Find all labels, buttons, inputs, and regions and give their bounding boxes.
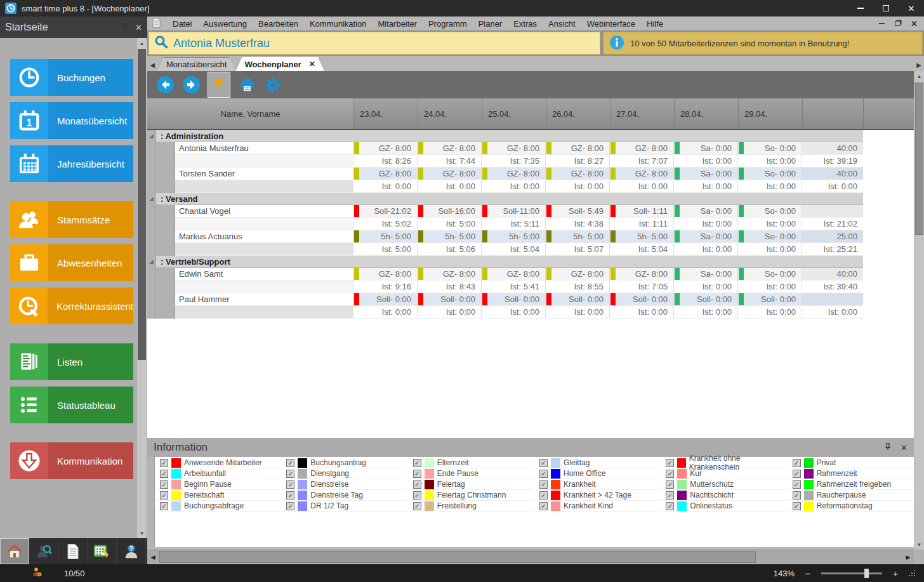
- ist-cell[interactable]: Ist: 5:00: [418, 218, 482, 230]
- group-row[interactable]: : Administration: [147, 130, 863, 142]
- column-header-date[interactable]: 29.04.: [738, 98, 802, 129]
- soll-cell[interactable]: So- 0:00: [738, 168, 802, 180]
- legend-checkbox[interactable]: ✓: [539, 502, 548, 510]
- search-input[interactable]: [173, 37, 554, 50]
- ist-cell[interactable]: Ist: 5:04: [482, 243, 546, 256]
- soll-cell[interactable]: GZ- 8:00: [482, 142, 546, 155]
- ist-cell[interactable]: Ist: 0:00: [610, 306, 674, 319]
- legend-checkbox[interactable]: ✓: [286, 502, 294, 510]
- soll-cell[interactable]: Soll- 0:00: [610, 293, 674, 306]
- minimize-icon[interactable]: [848, 0, 873, 17]
- mdi-minimize-icon[interactable]: [879, 23, 885, 24]
- ist-cell[interactable]: Ist: 0:00: [674, 243, 738, 256]
- mdi-restore-icon[interactable]: [895, 21, 901, 26]
- soll-cell[interactable]: GZ- 8:00: [546, 268, 610, 281]
- scroll-up-icon[interactable]: ▲: [137, 38, 147, 48]
- ist-cell[interactable]: Ist: 5:00: [353, 243, 418, 256]
- legend-checkbox[interactable]: ✓: [160, 480, 168, 489]
- group-row[interactable]: : Versand: [147, 193, 863, 205]
- employee-name[interactable]: Markus Actuarius: [175, 230, 353, 243]
- zoom-out-icon[interactable]: −: [803, 568, 812, 579]
- sidebar-item-buchungen[interactable]: Buchungen: [10, 59, 133, 96]
- bottom-tab-user-help[interactable]: ?: [117, 538, 146, 564]
- ist-cell[interactable]: Ist: 0:00: [674, 155, 738, 168]
- soll-cell[interactable]: 5h- 5:00: [610, 230, 674, 243]
- soll-cell[interactable]: Soll-16:00: [418, 205, 482, 218]
- ist-cell[interactable]: Ist: 0:00: [353, 180, 418, 193]
- legend-checkbox[interactable]: ✓: [160, 459, 168, 467]
- vertical-scrollbar[interactable]: ▲ ▼: [914, 71, 924, 550]
- ist-cell[interactable]: Ist: 8:55: [546, 281, 610, 293]
- ist-cell[interactable]: Ist: 8:27: [546, 155, 610, 168]
- zoom-slider[interactable]: [821, 572, 882, 574]
- soll-cell[interactable]: 5h- 5:00: [482, 230, 546, 243]
- menu-item-mitarbeiter[interactable]: Mitarbeiter: [373, 19, 423, 29]
- bottom-tab-user-search[interactable]: [29, 538, 58, 564]
- soll-cell[interactable]: GZ- 8:00: [418, 268, 482, 281]
- menu-item-kommunikation[interactable]: Kommunikation: [304, 19, 373, 29]
- ist-cell[interactable]: Ist: 0:00: [674, 218, 738, 230]
- soll-cell[interactable]: Soll- 1:11: [610, 205, 674, 218]
- soll-cell[interactable]: Sa- 0:00: [674, 142, 738, 155]
- employee-name[interactable]: Paul Hammer: [175, 293, 353, 306]
- group-row[interactable]: : Vertrieb/Support: [147, 256, 863, 268]
- soll-cell[interactable]: GZ- 8:00: [482, 268, 546, 281]
- legend-checkbox[interactable]: ✓: [793, 459, 801, 467]
- mdi-close-icon[interactable]: ✕: [911, 19, 918, 29]
- sidebar-item-monatsübersicht[interactable]: 1Monatsübersicht: [10, 102, 133, 139]
- pin-icon[interactable]: [121, 23, 129, 32]
- soll-cell[interactable]: Soll-21:02: [353, 205, 418, 218]
- legend-checkbox[interactable]: ✓: [793, 491, 801, 499]
- legend-checkbox[interactable]: ✓: [286, 480, 294, 489]
- soll-cell[interactable]: GZ- 8:00: [610, 142, 674, 155]
- legend-checkbox[interactable]: ✓: [160, 502, 168, 510]
- close-panel-icon[interactable]: ✕: [135, 23, 142, 32]
- sidebar-item-abwesenheiten[interactable]: Abwesenheiten: [10, 244, 133, 281]
- legend-checkbox[interactable]: ✓: [539, 491, 548, 499]
- employee-name[interactable]: Edwin Samt: [175, 268, 353, 281]
- filter-button[interactable]: [208, 72, 230, 98]
- close-panel-icon[interactable]: ✕: [901, 443, 908, 453]
- legend-checkbox[interactable]: ✓: [413, 459, 421, 467]
- bottom-tab-document[interactable]: [58, 538, 88, 564]
- ist-cell[interactable]: Ist: 0:00: [418, 306, 482, 319]
- soll-cell[interactable]: Soll- 0:00: [546, 293, 610, 306]
- ist-cell[interactable]: Ist: 0:00: [674, 180, 738, 193]
- sidebar-item-listen[interactable]: Listen: [10, 343, 133, 380]
- ist-cell[interactable]: Ist: 7:44: [418, 155, 482, 168]
- menu-item-datei[interactable]: Datei: [167, 19, 197, 29]
- legend-checkbox[interactable]: ✓: [286, 491, 294, 499]
- legend-checkbox[interactable]: ✓: [160, 470, 168, 478]
- scroll-thumb[interactable]: [159, 551, 756, 563]
- ist-cell[interactable]: Ist: 0:00: [674, 306, 738, 319]
- menu-item-bearbeiten[interactable]: Bearbeiten: [253, 19, 304, 29]
- soll-cell[interactable]: Soll- 5:49: [546, 205, 610, 218]
- employee-name[interactable]: Antonia Musterfrau: [175, 142, 353, 155]
- column-header-date[interactable]: 27.04.: [610, 98, 674, 129]
- ist-cell[interactable]: Ist: 7:05: [610, 281, 674, 293]
- soll-cell[interactable]: Soll- 0:00: [738, 293, 802, 306]
- sidebar-item-korrekturassistent[interactable]: Korrekturassistent: [10, 288, 133, 324]
- soll-cell[interactable]: Sa- 0:00: [674, 168, 738, 180]
- sidebar-scrollbar[interactable]: ▲ ▼: [137, 38, 147, 538]
- ist-cell[interactable]: Ist: 7:07: [610, 155, 674, 168]
- tab-scroll-right-icon[interactable]: ▶: [914, 58, 924, 71]
- soll-cell[interactable]: Soll- 0:00: [353, 293, 418, 306]
- soll-cell[interactable]: So- 0:00: [738, 230, 802, 243]
- legend-checkbox[interactable]: ✓: [666, 491, 674, 499]
- legend-checkbox[interactable]: ✓: [666, 459, 673, 467]
- sidebar-item-kommunikation[interactable]: Kommunikation: [10, 442, 133, 479]
- maximize-icon[interactable]: [873, 0, 899, 17]
- ist-cell[interactable]: Ist: 0:00: [674, 281, 738, 293]
- legend-checkbox[interactable]: ✓: [413, 491, 421, 499]
- ist-cell[interactable]: Ist: 1:11: [610, 218, 674, 230]
- legend-checkbox[interactable]: ✓: [160, 491, 168, 499]
- ist-cell[interactable]: Ist: 8:43: [418, 281, 482, 293]
- column-header-date[interactable]: 24.04.: [418, 98, 482, 129]
- expander-icon[interactable]: [149, 134, 154, 138]
- pin-icon[interactable]: [884, 443, 892, 453]
- ist-cell[interactable]: Ist: 5:41: [482, 281, 546, 293]
- legend-checkbox[interactable]: ✓: [793, 502, 801, 510]
- ist-cell[interactable]: Ist: 4:38: [546, 218, 610, 230]
- legend-checkbox[interactable]: ✓: [413, 480, 421, 489]
